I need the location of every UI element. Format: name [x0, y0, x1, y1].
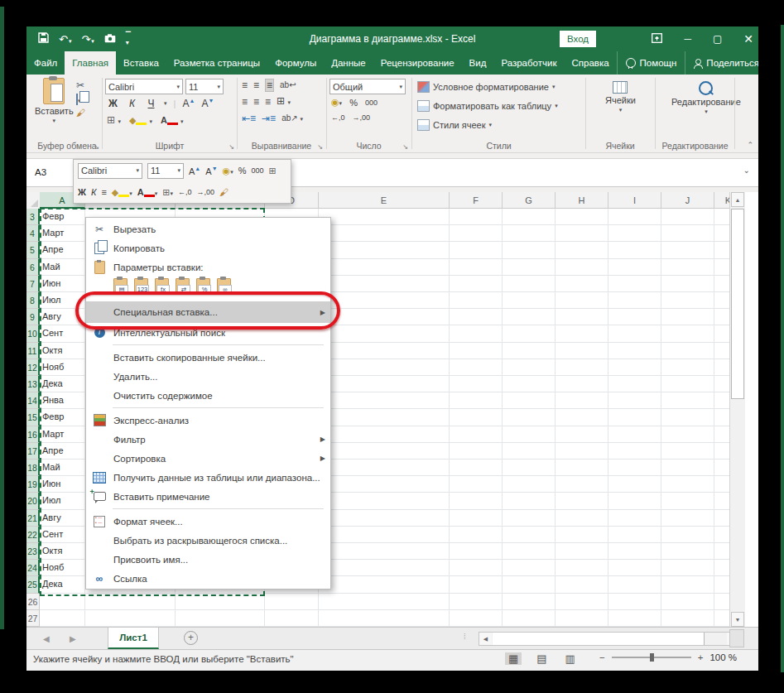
sheet-nav-prev-icon[interactable]: ◀ [43, 634, 50, 643]
comma-style-button[interactable]: 000 [365, 99, 378, 107]
align-right-button[interactable]: ≡ [265, 96, 271, 108]
collapse-ribbon-icon[interactable]: ⌃ [747, 141, 753, 149]
row-header-21[interactable]: 21 [26, 510, 40, 527]
row-header-26[interactable]: 26 [26, 594, 40, 610]
menu-item-формат-ячеек[interactable]: Формат ячеек... [86, 512, 330, 531]
align-bottom-button[interactable]: ≡ [265, 79, 274, 92]
copy-button[interactable]: ▾ [76, 94, 85, 104]
vertical-scrollbar[interactable]: ▲ ▼ [729, 192, 745, 627]
mini-comma-button[interactable]: 000 [251, 166, 263, 175]
row-header-13[interactable]: 13 [26, 376, 40, 392]
page-layout-view-icon[interactable]: ▤ [533, 652, 550, 665]
mini-format-painter-button[interactable]: 🖌 [219, 187, 228, 197]
mini-borders-button[interactable]: ⊞▾ [162, 187, 173, 198]
row-header-11[interactable]: 11 [26, 343, 40, 359]
menu-item-вставить-скопированные-ячейки[interactable]: Вставить скопированные ячейки... [86, 348, 330, 367]
column-header-H[interactable]: H [556, 192, 608, 209]
column-header-I[interactable]: I [608, 192, 661, 209]
zoom-slider[interactable] [612, 657, 691, 658]
add-sheet-button[interactable]: + [184, 631, 198, 645]
row-header-6[interactable]: 6 [26, 259, 40, 276]
mini-grow-font-button[interactable]: А▲ [189, 166, 200, 176]
sign-in-button[interactable]: Вход [560, 31, 596, 47]
row-header-8[interactable]: 8 [26, 292, 40, 309]
cell-styles-button[interactable]: Стили ячеек▾ [417, 118, 492, 132]
font-name-combo[interactable]: Calibri▾ [105, 79, 183, 94]
scroll-down-icon[interactable]: ▼ [731, 612, 744, 627]
minimize-button[interactable]: ─ [684, 33, 691, 45]
cells-button[interactable]: Ячейки ▾ [605, 81, 636, 113]
cell-A8[interactable]: Июл [40, 295, 84, 305]
paste-option-formatting-icon[interactable]: % [196, 278, 210, 295]
share-button[interactable]: Поделиться [685, 51, 758, 75]
paste-option-link-icon[interactable]: ∞ [217, 278, 231, 295]
cell-A25[interactable]: Дека [40, 579, 84, 589]
cell-A7[interactable]: Июн [40, 278, 84, 288]
row-header-17[interactable]: 17 [26, 443, 40, 460]
align-top-button[interactable]: ≡ [242, 79, 248, 91]
row-header-27[interactable]: 27 [26, 610, 40, 627]
cell-A12[interactable]: Нояб [40, 362, 84, 372]
cell-A19[interactable]: Июн [40, 479, 84, 488]
orientation-button[interactable]: ab↗ ▾ [281, 113, 303, 125]
cell-A18[interactable]: Май [40, 462, 84, 472]
ribbon-display-options-icon[interactable] [652, 33, 662, 46]
cell-A17[interactable]: Апре [40, 445, 84, 455]
cell-A16[interactable]: Март [40, 429, 84, 439]
tab-вид[interactable]: Вид [462, 51, 494, 75]
page-break-view-icon[interactable]: ▥ [562, 652, 579, 665]
menu-item-очистить-содержимое[interactable]: Очистить содержимое [86, 386, 330, 405]
cell-A15[interactable]: Февр [40, 411, 84, 421]
column-header-E[interactable]: E [319, 192, 450, 209]
menu-item-специальная-вставка[interactable]: Специальная вставка...▶ [86, 301, 330, 323]
cell-A20[interactable]: Июл [40, 495, 84, 505]
tab-данные[interactable]: Данные [324, 51, 373, 75]
normal-view-icon[interactable]: ▦ [505, 652, 522, 665]
accounting-format-button[interactable]: ◉▾ [331, 97, 342, 108]
mini-accounting-button[interactable]: ◉▾ [223, 166, 233, 176]
column-header-G[interactable]: G [503, 192, 556, 209]
row-header-18[interactable]: 18 [26, 460, 40, 476]
borders-button[interactable]: ⊞ ▾ [107, 114, 121, 126]
mini-font-name-combo[interactable]: Calibri▾ [78, 163, 142, 179]
tab-главная[interactable]: Главная [65, 51, 116, 75]
tab-формулы[interactable]: Формулы [267, 51, 324, 75]
zoom-in-button[interactable]: + [698, 652, 704, 662]
clipboard-dialog-launcher[interactable]: ↘ [94, 143, 99, 151]
row-header-22[interactable]: 22 [26, 527, 40, 543]
cell-A4[interactable]: Март [40, 228, 84, 238]
tab-scrollbar-splitter[interactable]: ⁞ [464, 633, 465, 641]
menu-item-вырезать[interactable]: ✂Вырезать [86, 219, 330, 238]
cell-A22[interactable]: Сент [40, 529, 84, 539]
row-header-20[interactable]: 20 [26, 493, 40, 509]
row-header-10[interactable]: 10 [26, 325, 40, 342]
mini-italic-button[interactable]: К [91, 187, 96, 197]
mini-fill-color-button[interactable]: ◆▾ [112, 187, 132, 198]
number-dialog-launcher[interactable]: ↘ [402, 143, 408, 151]
paste-option-values-icon[interactable]: 123 [134, 278, 148, 295]
select-all-corner[interactable] [26, 192, 41, 209]
maximize-button[interactable]: ▢ [713, 33, 722, 45]
row-header-12[interactable]: 12 [26, 359, 40, 376]
cell-A24[interactable]: Нояб [40, 562, 84, 572]
cell-A5[interactable]: Апре [40, 244, 84, 254]
sheet-nav-next-icon[interactable]: ▶ [70, 634, 76, 643]
menu-item-вставить-примечание[interactable]: Вставить примечание [86, 487, 330, 506]
mini-font-size-combo[interactable]: 11▾ [147, 163, 184, 179]
align-left-button[interactable]: ≡ [242, 96, 248, 108]
alignment-dialog-launcher[interactable]: ↘ [317, 143, 323, 151]
row-header-4[interactable]: 4 [26, 225, 40, 242]
decrease-decimal-button[interactable]: →,00 [353, 113, 371, 122]
editing-button[interactable]: Редактирование ▾ [671, 81, 741, 115]
row-header-14[interactable]: 14 [26, 392, 40, 409]
menu-item-фильтр[interactable]: Фильтр▶ [86, 430, 330, 449]
row-header-16[interactable]: 16 [26, 426, 40, 443]
sheet-tab[interactable]: Лист1 [108, 628, 159, 649]
conditional-formatting-button[interactable]: Условное форматирование▾ [417, 79, 555, 94]
decrease-indent-button[interactable]: ⇤≡ [242, 113, 256, 124]
paste-option-formulas-icon[interactable]: fx [155, 278, 169, 295]
menu-item-присвоить-имя[interactable]: Присвоить имя... [86, 550, 330, 569]
fill-color-button[interactable]: ◆ ▾ [129, 115, 152, 126]
paste-option-paste-icon[interactable]: ▤ [113, 278, 127, 295]
row-header-19[interactable]: 19 [26, 476, 40, 493]
